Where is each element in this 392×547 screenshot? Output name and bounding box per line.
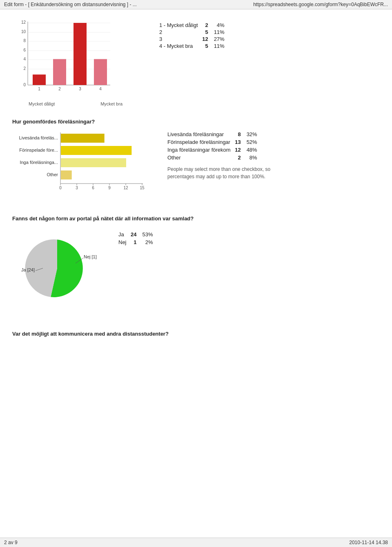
lecture-pct: 52%: [244, 138, 261, 146]
lecture-legend-table: Livesända föreläsningar 8 32% Förinspela…: [167, 130, 261, 161]
rating-legend-row: 3 12 27%: [159, 36, 229, 43]
svg-text:0: 0: [23, 83, 26, 87]
lecture-count: 2: [234, 154, 244, 161]
lecture-legend-row: Other 2 8%: [167, 154, 261, 161]
svg-text:Other: Other: [47, 172, 58, 177]
rating-legend: 1 - Mycket dåligt 2 4% 2 5 11% 3 12 27% …: [159, 22, 229, 49]
portal-legend-row: Ja 24 53%: [118, 231, 156, 238]
rating-label: 2: [159, 29, 202, 36]
lecture-legend-row: Förinspelade föreläsningar 13 52%: [167, 138, 261, 146]
rating-count: 5: [202, 43, 212, 49]
rating-count: 5: [202, 29, 212, 36]
portal-pie-chart: Ja [24] Nej [1]: [12, 227, 102, 309]
svg-text:0: 0: [59, 186, 62, 190]
kommunicera-title: Var det möjligt att kommunicera med andr…: [12, 331, 380, 337]
svg-text:8: 8: [23, 38, 26, 43]
svg-text:2: 2: [58, 87, 61, 91]
footer-datetime: 2010-11-14 14.38: [349, 540, 388, 545]
rating-label: 3: [159, 36, 202, 43]
lecture-label: Förinspelade föreläsningar: [167, 138, 234, 146]
svg-rect-16: [53, 59, 66, 85]
lecture-legend-row: Livesända föreläsningar 8 32%: [167, 130, 261, 138]
rating-chart-area: 12 10 8 6 4 2 0: [12, 18, 135, 106]
portal-label: Nej: [118, 238, 130, 246]
svg-text:Nej [1]: Nej [1]: [84, 254, 97, 259]
top-bar: Edit form - [ Enkätundersökning om dista…: [0, 0, 392, 9]
svg-text:1: 1: [38, 87, 40, 91]
svg-text:12: 12: [21, 20, 26, 25]
page-number: 2 av 9: [4, 540, 18, 545]
lecture-label: Inga föreläsningar förekom: [167, 146, 234, 154]
svg-rect-25: [61, 134, 105, 143]
portal-legend-table: Ja 24 53% Nej 1 2%: [118, 231, 156, 246]
svg-text:2: 2: [23, 66, 26, 71]
portal-section: Ja [24] Nej [1] Ja 24 53% Nej 1 2%: [12, 227, 380, 310]
rating-label: 1 - Mycket dåligt: [159, 22, 202, 29]
svg-text:Ja [24]: Ja [24]: [21, 267, 35, 272]
svg-text:9: 9: [108, 186, 111, 190]
page-url: https://spreadsheets.google.com/gform?ke…: [253, 2, 388, 7]
lecture-label: Other: [167, 154, 234, 161]
svg-rect-17: [74, 23, 87, 85]
rating-chart-bottom-labels: Mycket dåligt Mycket bra: [12, 101, 135, 106]
svg-rect-26: [61, 146, 131, 155]
lecture-bar-chart: Livesända föreläs... Förinspelade före..…: [12, 130, 147, 198]
label-mycket-bra: Mycket bra: [100, 101, 122, 106]
lecture-count: 8: [234, 130, 244, 138]
portal-legend: Ja 24 53% Nej 1 2%: [118, 227, 156, 246]
main-content: 12 10 8 6 4 2 0: [0, 9, 392, 351]
portal-count: 1: [130, 238, 140, 246]
lecture-pct: 8%: [244, 154, 261, 161]
svg-text:4: 4: [99, 87, 102, 91]
rating-count: 2: [202, 22, 212, 29]
rating-label: 4 - Mycket bra: [159, 43, 202, 49]
portal-title: Fanns det någon form av portal på nätet …: [12, 215, 380, 222]
label-mycket-daligt: Mycket dåligt: [29, 101, 55, 106]
bottom-bar: 2 av 9 2010-11-14 14.38: [0, 538, 392, 547]
lecture-section: Livesända föreläs... Förinspelade före..…: [12, 130, 380, 199]
lecture-legend: Livesända föreläsningar 8 32% Förinspela…: [167, 130, 274, 180]
svg-rect-15: [33, 74, 46, 85]
svg-text:6: 6: [23, 48, 26, 52]
svg-text:3: 3: [79, 87, 81, 91]
svg-text:6: 6: [92, 186, 94, 190]
lecture-chart-area: Livesända föreläs... Förinspelade före..…: [12, 130, 151, 199]
portal-pct: 2%: [140, 238, 156, 246]
rating-pct: 4%: [212, 22, 229, 29]
svg-text:15: 15: [140, 186, 145, 190]
svg-text:Inga föreläsninga...: Inga föreläsninga...: [20, 160, 58, 165]
rating-legend-row: 4 - Mycket bra 5 11%: [159, 43, 229, 49]
rating-legend-table: 1 - Mycket dåligt 2 4% 2 5 11% 3 12 27% …: [159, 22, 229, 49]
lecture-legend-row: Inga föreläsningar förekom 12 48%: [167, 146, 261, 154]
svg-rect-18: [94, 59, 107, 85]
rating-legend-row: 1 - Mycket dåligt 2 4%: [159, 22, 229, 29]
lecture-count: 13: [234, 138, 244, 146]
svg-rect-28: [61, 170, 72, 179]
lecture-title: Hur genomfördes föreläsningar?: [12, 119, 380, 125]
svg-text:10: 10: [21, 29, 26, 34]
lecture-pct: 48%: [244, 146, 261, 154]
svg-rect-27: [61, 158, 126, 167]
svg-text:4: 4: [23, 57, 26, 61]
svg-text:3: 3: [76, 186, 78, 190]
portal-label: Ja: [118, 231, 130, 238]
rating-count: 12: [202, 36, 212, 43]
lecture-pct: 32%: [244, 130, 261, 138]
rating-pct: 11%: [212, 29, 229, 36]
svg-text:Förinspelade före...: Förinspelade före...: [19, 148, 58, 152]
portal-chart-area: Ja [24] Nej [1]: [12, 227, 102, 310]
rating-pct: 27%: [212, 36, 229, 43]
lecture-footnote: People may select more than one checkbox…: [167, 166, 274, 180]
portal-legend-row: Nej 1 2%: [118, 238, 156, 246]
rating-pct: 11%: [212, 43, 229, 49]
rating-legend-row: 2 5 11%: [159, 29, 229, 36]
svg-text:Livesända föreläs...: Livesända föreläs...: [19, 135, 58, 140]
svg-text:12: 12: [123, 186, 128, 190]
portal-count: 24: [130, 231, 140, 238]
rating-bar-chart: 12 10 8 6 4 2 0: [12, 18, 118, 99]
rating-section: 12 10 8 6 4 2 0: [12, 18, 380, 106]
lecture-count: 12: [234, 146, 244, 154]
lecture-label: Livesända föreläsningar: [167, 130, 234, 138]
page-title: Edit form - [ Enkätundersökning om dista…: [4, 2, 137, 7]
portal-pct: 53%: [140, 231, 156, 238]
